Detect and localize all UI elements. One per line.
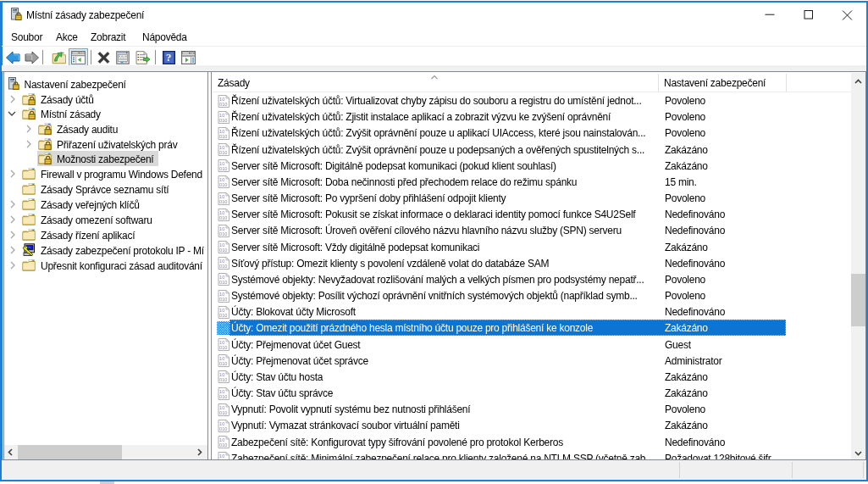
svg-text:010: 010 xyxy=(219,264,227,269)
svg-text:010: 010 xyxy=(219,214,227,220)
svg-text:010: 010 xyxy=(219,182,227,187)
svg-text:10: 10 xyxy=(219,209,224,214)
svg-text:10: 10 xyxy=(219,453,224,459)
svg-text:10: 10 xyxy=(219,340,224,345)
svg-text:010: 010 xyxy=(219,150,227,155)
svg-text:10: 10 xyxy=(219,275,224,280)
svg-text:10: 10 xyxy=(219,404,224,409)
svg-text:10: 10 xyxy=(219,356,224,361)
svg-text:010: 010 xyxy=(219,280,227,285)
svg-text:10: 10 xyxy=(219,161,224,166)
svg-text:10: 10 xyxy=(219,96,224,101)
svg-text:10: 10 xyxy=(219,193,224,198)
svg-text:?: ? xyxy=(166,51,172,64)
svg-text:010: 010 xyxy=(219,393,227,398)
svg-text:010: 010 xyxy=(219,442,227,448)
svg-text:10: 10 xyxy=(219,420,224,426)
svg-text:010: 010 xyxy=(219,313,227,318)
svg-text:10: 10 xyxy=(219,259,224,264)
svg-text:010: 010 xyxy=(219,410,227,415)
svg-text:10: 10 xyxy=(219,177,224,182)
svg-text:10: 10 xyxy=(219,128,224,133)
svg-text:10: 10 xyxy=(219,291,224,296)
svg-text:010: 010 xyxy=(219,101,227,106)
svg-text:010: 010 xyxy=(219,361,227,366)
svg-text:10: 10 xyxy=(219,307,224,312)
svg-text:010: 010 xyxy=(219,426,227,431)
svg-text:010: 010 xyxy=(219,459,227,459)
svg-text:010: 010 xyxy=(219,377,227,382)
svg-text:010: 010 xyxy=(219,166,227,171)
svg-text:010: 010 xyxy=(219,248,227,253)
svg-text:10: 10 xyxy=(219,225,224,231)
svg-text:010: 010 xyxy=(219,198,227,203)
svg-text:10: 10 xyxy=(219,242,224,248)
svg-text:10: 10 xyxy=(219,437,224,442)
svg-text:10: 10 xyxy=(219,372,224,377)
svg-text:010: 010 xyxy=(219,296,227,301)
svg-text:10: 10 xyxy=(219,112,224,117)
svg-text:010: 010 xyxy=(219,345,227,350)
svg-text:10: 10 xyxy=(219,145,224,150)
svg-text:10: 10 xyxy=(219,388,224,393)
svg-text:010: 010 xyxy=(219,134,227,139)
svg-text:010: 010 xyxy=(219,117,227,122)
svg-text:010: 010 xyxy=(219,231,227,236)
